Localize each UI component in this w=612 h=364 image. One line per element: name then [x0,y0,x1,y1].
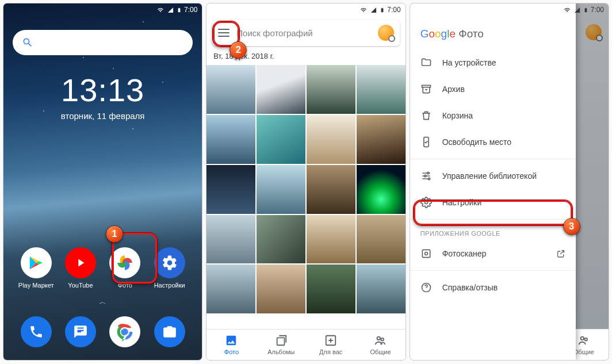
separator [410,270,576,271]
photo-thumbnail[interactable] [206,215,255,264]
photo-thumbnail[interactable] [357,65,406,114]
photo-thumbnail[interactable] [307,215,355,264]
drawer-label: Фотосканер [442,249,487,258]
product-name: Фото [458,28,484,40]
callout-badge-3: 3 [563,218,580,235]
drawer-item-free-space[interactable]: Освободить место [410,129,576,155]
app-drawer-handle[interactable]: ︿ [3,297,202,307]
youtube-icon [65,247,96,278]
callout-box-3 [414,200,572,225]
nav-label: Для вас [319,348,342,355]
nav-foryou[interactable]: Для вас [306,329,355,360]
app-youtube[interactable]: YouTube [63,247,98,289]
svg-point-7 [377,337,381,340]
photo-thumbnail[interactable] [357,265,406,313]
status-bar: 7:00 [410,3,609,16]
photo-thumbnail[interactable] [206,165,255,214]
nav-photos[interactable]: Фото [206,329,256,360]
status-bar: 7:00 [206,3,405,16]
battery-icon [177,6,182,14]
search-bar[interactable] [13,30,193,55]
albums-tab-icon [275,334,288,347]
app-play-market[interactable]: Play Маркет [18,247,54,289]
wifi-icon [359,7,368,13]
drawer-section-header: ПРИЛОЖЕНИЯ GOOGLE [410,223,576,240]
foryou-tab-icon [324,334,337,347]
wifi-icon [563,7,571,13]
nav-shared[interactable]: Общие [355,329,405,360]
svg-point-13 [427,172,429,174]
drawer-item-archive[interactable]: Архив [410,76,576,102]
dock-phone[interactable] [21,316,52,347]
photo-thumbnail[interactable] [257,215,305,264]
photo-thumbnail[interactable] [357,115,406,164]
svg-point-9 [580,337,584,340]
photo-thumbnail[interactable] [307,165,355,214]
play-market-icon [21,247,52,278]
status-time: 7:00 [387,6,400,14]
dock-messages[interactable] [65,316,96,347]
photo-thumbnail[interactable] [307,265,355,313]
drawer-item-trash[interactable]: Корзина [410,102,576,129]
battery-icon [380,6,385,14]
svg-rect-5 [277,338,284,345]
photo-thumbnail[interactable] [257,265,305,313]
nav-albums[interactable]: Альбомы [257,329,306,360]
scanner-icon [420,248,432,259]
bottom-nav: Фото Альбомы Для вас Общие [206,329,405,360]
search-icon [22,37,33,48]
phone-home-screen: 7:00 13:13 вторник, 11 февраля Play Марк… [3,3,202,360]
photo-thumbnail[interactable] [307,65,355,114]
drawer-item-library[interactable]: Управление библиотекой [410,163,576,189]
folder-icon [420,57,432,68]
shared-tab-icon [374,334,387,347]
dock-chrome[interactable] [109,316,140,347]
drawer-label: Архив [442,85,465,94]
photo-thumbnail[interactable] [357,215,406,264]
app-label: Play Маркет [18,282,54,289]
app-row: Play Маркет YouTube Фото Настройки [3,247,202,289]
photo-thumbnail[interactable] [206,65,255,114]
drawer-item-scanner[interactable]: Фотосканер [410,240,576,267]
nav-label: Общие [573,348,594,355]
svg-rect-17 [422,250,430,257]
signal-icon [167,7,174,13]
nav-label: Общие [370,348,391,355]
svg-point-8 [381,338,384,341]
dock [3,312,202,360]
status-time: 7:00 [184,6,197,14]
svg-point-10 [584,338,587,341]
photo-thumbnail[interactable] [257,165,305,214]
dock-camera[interactable] [154,316,185,347]
svg-point-15 [428,178,430,179]
app-label: Настройки [154,282,185,289]
svg-point-18 [424,252,427,255]
photo-thumbnail[interactable] [257,65,305,114]
drawer-label: Справка/отзыв [442,283,498,292]
trash-icon [420,110,432,121]
svg-point-14 [424,175,426,177]
photo-thumbnail[interactable] [307,115,355,164]
settings-icon [154,247,185,278]
photo-thumbnail[interactable] [257,115,305,164]
help-icon [420,282,432,293]
signal-icon [573,7,581,13]
photos-tab-icon [225,334,238,347]
tune-icon [420,170,432,182]
photo-thumbnail[interactable] [357,165,406,214]
photo-thumbnail[interactable] [206,265,255,313]
drawer-label: На устройстве [442,58,496,67]
account-avatar[interactable] [378,25,394,41]
drawer-label: Освободить место [442,137,512,147]
callout-badge-1: 1 [106,225,123,243]
signal-icon [370,7,377,13]
nav-label: Альбомы [267,348,294,355]
drawer-item-help[interactable]: Справка/отзыв [410,274,576,301]
external-link-icon [556,249,565,258]
nav-label: Фото [224,348,239,355]
separator [410,159,576,159]
drawer-item-device[interactable]: На устройстве [410,49,576,76]
archive-icon [420,83,432,95]
photo-thumbnail[interactable] [206,115,255,164]
app-label: YouTube [68,282,93,289]
